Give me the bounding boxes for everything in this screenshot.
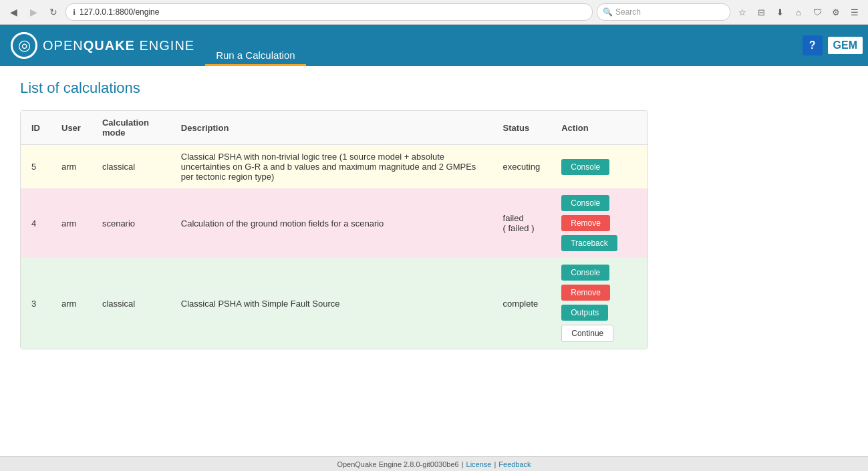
app-header: ◎ OPENQUAKE ENGINE Run a Calculation ? G… — [0, 25, 868, 66]
cell-mode: scenario — [92, 188, 170, 258]
nav-tab-label: Run a Calculation — [216, 49, 295, 61]
table-header-row: ID User Calculation mode Description Sta… — [21, 111, 647, 145]
gem-logo: GEM — [828, 37, 863, 54]
col-mode: Calculation mode — [92, 111, 170, 145]
browser-icons: ☆ ⊟ ⬇ ⌂ 🛡 ⚙ ☰ — [734, 4, 863, 20]
cell-id: 3 — [21, 258, 51, 349]
outputs-button[interactable]: Outputs — [561, 305, 608, 321]
console-button[interactable]: Console — [561, 265, 609, 281]
col-description: Description — [170, 111, 492, 145]
search-bar[interactable]: 🔍 Search — [597, 3, 730, 21]
refresh-button[interactable]: ↻ — [45, 4, 61, 20]
console-button[interactable]: Console — [561, 159, 609, 175]
page-title: List of calculations — [20, 80, 848, 97]
back-button[interactable]: ◀ — [5, 4, 21, 20]
cell-user: arm — [51, 188, 92, 258]
app-logo: ◎ OPENQUAKE ENGINE — [0, 25, 205, 66]
logo-open: OPEN — [43, 38, 84, 53]
star-button[interactable]: ☆ — [734, 4, 750, 20]
lock-icon: ℹ — [73, 8, 76, 17]
action-group: Console Remove — [561, 195, 637, 231]
calculations-table-container: ID User Calculation mode Description Sta… — [20, 110, 648, 349]
nav-tab-run-calculation[interactable]: Run a Calculation — [205, 25, 305, 66]
table-row: 4 arm scenario Calculation of the ground… — [21, 188, 647, 258]
cell-action: Console Remove Traceback — [551, 188, 647, 258]
col-action: Action — [551, 111, 647, 145]
cell-mode: classical — [92, 258, 170, 349]
browser-chrome: ◀ ▶ ↻ ℹ 🔍 Search ☆ ⊟ ⬇ ⌂ 🛡 ⚙ ☰ — [0, 0, 868, 25]
table-row: 3 arm classical Classical PSHA with Simp… — [21, 258, 647, 349]
action-group: Console — [561, 159, 637, 175]
cell-user: arm — [51, 145, 92, 189]
traceback-button[interactable]: Traceback — [561, 235, 617, 251]
menu-button[interactable]: ☰ — [847, 4, 863, 20]
cell-mode: classical — [92, 145, 170, 189]
search-icon: 🔍 — [603, 7, 613, 17]
action-group-row2: Outputs Continue — [561, 305, 637, 342]
cell-user: arm — [51, 258, 92, 349]
col-user: User — [51, 111, 92, 145]
cell-description: Classical PSHA with Simple Fault Source — [170, 258, 492, 349]
col-id: ID — [21, 111, 51, 145]
address-input[interactable] — [80, 7, 585, 17]
console-button[interactable]: Console — [561, 195, 609, 211]
cell-description: Classical PSHA with non-trivial logic tr… — [170, 145, 492, 189]
main-content: List of calculations ID User Calculation… — [0, 66, 868, 363]
help-button[interactable]: ? — [803, 35, 823, 55]
logo-quake: QUAKE — [84, 38, 135, 53]
shield-button[interactable]: 🛡 — [809, 4, 825, 20]
logo-text: OPENQUAKE ENGINE — [43, 38, 194, 53]
calculations-table: ID User Calculation mode Description Sta… — [21, 111, 647, 349]
cell-action: Console Remove Outputs Continue — [551, 258, 647, 349]
status-failed-detail: ( failed ) — [503, 223, 541, 233]
bookmarks-button[interactable]: ⊟ — [753, 4, 769, 20]
table-row: 5 arm classical Classical PSHA with non-… — [21, 145, 647, 189]
status-failed: failed — [503, 213, 541, 223]
cell-description: Calculation of the ground motion fields … — [170, 188, 492, 258]
home-button[interactable]: ⌂ — [790, 4, 807, 20]
cell-action: Console — [551, 145, 647, 189]
address-bar: ℹ — [65, 3, 593, 21]
forward-button[interactable]: ▶ — [25, 4, 41, 20]
cell-id: 4 — [21, 188, 51, 258]
logo-icon: ◎ — [11, 32, 37, 59]
download-button[interactable]: ⬇ — [772, 4, 788, 20]
cell-status: executing — [492, 145, 551, 189]
cell-id: 5 — [21, 145, 51, 189]
logo-engine: ENGINE — [135, 38, 194, 53]
action-group: Console Remove — [561, 265, 637, 301]
cell-status: complete — [492, 258, 551, 349]
remove-button[interactable]: Remove — [561, 285, 610, 301]
cell-status: failed ( failed ) — [492, 188, 551, 258]
action-group-row2: Traceback — [561, 235, 637, 251]
col-status: Status — [492, 111, 551, 145]
continue-button[interactable]: Continue — [561, 325, 613, 342]
browser-toolbar: ◀ ▶ ↻ ℹ 🔍 Search ☆ ⊟ ⬇ ⌂ 🛡 ⚙ ☰ — [0, 0, 868, 24]
remove-button[interactable]: Remove — [561, 215, 610, 231]
search-placeholder: Search — [615, 7, 641, 17]
header-right: ? GEM — [803, 25, 868, 66]
extensions-button[interactable]: ⚙ — [828, 4, 844, 20]
